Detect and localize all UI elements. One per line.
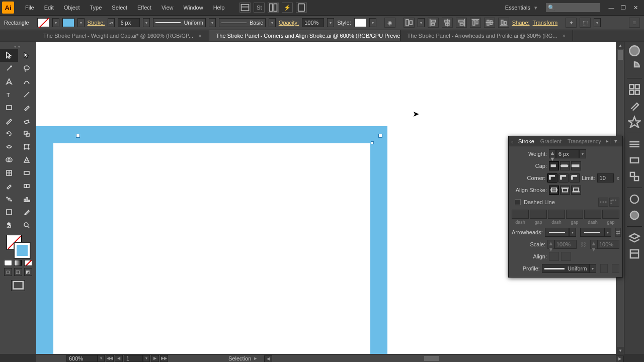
- magic-wand-tool[interactable]: [0, 62, 18, 75]
- menu-type[interactable]: Type: [85, 5, 107, 11]
- swatches-panel-icon[interactable]: [628, 83, 641, 96]
- width-tool[interactable]: [0, 140, 18, 153]
- flash-icon[interactable]: ⚡: [282, 3, 293, 13]
- color-panel-icon[interactable]: [628, 45, 641, 57]
- artboard-input[interactable]: 1: [124, 355, 143, 362]
- paintbrush-tool[interactable]: [18, 101, 36, 114]
- weight-stepper[interactable]: ▲▼: [549, 149, 556, 158]
- close-tab-icon[interactable]: ×: [198, 33, 201, 39]
- align-menu-icon[interactable]: [404, 18, 415, 28]
- align-hcenter-icon[interactable]: [442, 18, 453, 28]
- lasso-tool[interactable]: [18, 62, 36, 75]
- graphic-style-dropdown[interactable]: ▾: [369, 18, 376, 27]
- blend-tool[interactable]: [18, 179, 36, 193]
- panel-menu-icon[interactable]: ▾≡: [614, 138, 620, 144]
- document-tab-2[interactable]: The Stroke Panel - Corners and Align Str…: [209, 30, 400, 41]
- stroke-weight-dropdown[interactable]: ▾: [143, 18, 150, 27]
- draw-normal-icon[interactable]: ◻: [4, 268, 12, 276]
- type-tool[interactable]: T: [0, 88, 18, 101]
- weight-input[interactable]: 6 px: [556, 149, 579, 158]
- fill-dropdown[interactable]: ▾: [52, 18, 59, 27]
- scroll-right-icon[interactable]: ▶: [616, 355, 624, 363]
- cap-round-button[interactable]: [560, 161, 570, 170]
- profile-combo[interactable]: Basic: [219, 18, 266, 27]
- align-stroke-outside-button[interactable]: [571, 186, 581, 195]
- align-left-icon[interactable]: [428, 18, 439, 28]
- graphic-styles-panel-icon[interactable]: [628, 209, 641, 221]
- first-artboard-button[interactable]: ◀◀: [106, 355, 114, 362]
- next-artboard-button[interactable]: ▶: [151, 355, 159, 362]
- color-mode-icon[interactable]: [4, 260, 12, 266]
- perspective-tool[interactable]: [18, 153, 36, 166]
- last-artboard-button[interactable]: ▶▶: [160, 355, 168, 362]
- eraser-tool[interactable]: [18, 114, 36, 127]
- align-menu-dropdown[interactable]: ▾: [418, 18, 425, 27]
- scroll-thumb[interactable]: [618, 50, 623, 60]
- device-icon[interactable]: [296, 3, 307, 13]
- pen-tool[interactable]: [0, 75, 18, 88]
- align-top-icon[interactable]: [470, 18, 481, 28]
- rotate-tool[interactable]: [0, 127, 18, 140]
- stroke-label-link[interactable]: Stroke:: [88, 20, 105, 26]
- panel-grip[interactable]: ●●: [0, 44, 36, 49]
- rectangle-tool[interactable]: [0, 101, 18, 114]
- anchor-point[interactable]: [371, 141, 374, 144]
- search-input[interactable]: 🔍: [545, 3, 601, 13]
- none-mode-icon[interactable]: [24, 260, 32, 266]
- selection-handle[interactable]: [378, 134, 382, 138]
- fill-swatch[interactable]: [37, 18, 49, 27]
- menu-window[interactable]: Window: [179, 5, 208, 11]
- menu-edit[interactable]: Edit: [39, 5, 59, 11]
- opacity-input[interactable]: 100%: [302, 18, 324, 27]
- dashed-line-checkbox[interactable]: [515, 199, 521, 205]
- stroke-panel-icon[interactable]: [628, 138, 641, 150]
- zoom-input[interactable]: 600%: [66, 355, 98, 362]
- transparency-panel-icon[interactable]: [628, 170, 641, 183]
- gradient-panel-icon[interactable]: [628, 154, 641, 166]
- prev-artboard-button[interactable]: ◀: [115, 355, 123, 362]
- corner-round-button[interactable]: [558, 173, 569, 183]
- selected-rectangle[interactable]: [36, 126, 387, 354]
- artboard-dropdown[interactable]: ▾: [143, 355, 150, 362]
- profile-combo[interactable]: Uniform ▾: [542, 264, 597, 273]
- color-guide-panel-icon[interactable]: [628, 61, 641, 73]
- hand-tool[interactable]: [0, 219, 18, 232]
- screen-mode-button[interactable]: [11, 280, 25, 291]
- align-stroke-center-button[interactable]: [549, 186, 559, 195]
- cap-projecting-button[interactable]: [571, 161, 581, 170]
- corner-bevel-button[interactable]: [570, 173, 580, 183]
- scroll-down-icon[interactable]: ▼: [617, 347, 624, 354]
- brush-definition-combo[interactable]: Uniform: [153, 18, 206, 27]
- shape-label-link[interactable]: Shape:: [512, 20, 530, 26]
- menu-view[interactable]: View: [156, 5, 179, 11]
- menu-file[interactable]: File: [20, 5, 39, 11]
- horizontal-scrollbar[interactable]: ◀ ▶: [263, 355, 624, 361]
- profile-dropdown[interactable]: ▾: [269, 18, 276, 27]
- menu-effect[interactable]: Effect: [132, 5, 156, 11]
- arrange-icon[interactable]: [268, 3, 279, 13]
- fill-stroke-indicator[interactable]: [7, 235, 30, 258]
- edit-dropdown[interactable]: ▾: [594, 18, 601, 27]
- align-stroke-inside-button[interactable]: [560, 186, 570, 195]
- appearance-panel-icon[interactable]: [628, 193, 641, 205]
- document-tab-3[interactable]: The Stroke Panel - Arrowheads and Profil…: [400, 30, 573, 41]
- isolate-icon[interactable]: ✦: [566, 18, 577, 28]
- direct-selection-tool[interactable]: [18, 49, 36, 62]
- maximize-button[interactable]: ❐: [619, 4, 628, 12]
- brushes-panel-icon[interactable]: [628, 100, 641, 112]
- document-tab-1[interactable]: The Stroke Panel - Weight and Cap.ai* @ …: [36, 30, 209, 41]
- draw-behind-icon[interactable]: ◫: [14, 268, 22, 276]
- status-dropdown-icon[interactable]: ▸: [254, 355, 257, 361]
- mesh-tool[interactable]: [0, 166, 18, 179]
- line-tool[interactable]: [18, 88, 36, 101]
- gradient-tab[interactable]: Gradient: [537, 138, 565, 144]
- workspace-switcher[interactable]: Essentials: [501, 5, 534, 11]
- menu-object[interactable]: Object: [59, 5, 85, 11]
- corner-miter-button[interactable]: [547, 173, 557, 183]
- scale-tool[interactable]: [18, 127, 36, 140]
- artboard-tool[interactable]: [0, 206, 18, 219]
- stroke-weight-stepper[interactable]: ▴▾: [108, 18, 115, 27]
- selection-tool[interactable]: [0, 49, 18, 62]
- zoom-dropdown[interactable]: ▾: [98, 355, 105, 362]
- stroke-weight-input[interactable]: 6 px: [118, 18, 140, 27]
